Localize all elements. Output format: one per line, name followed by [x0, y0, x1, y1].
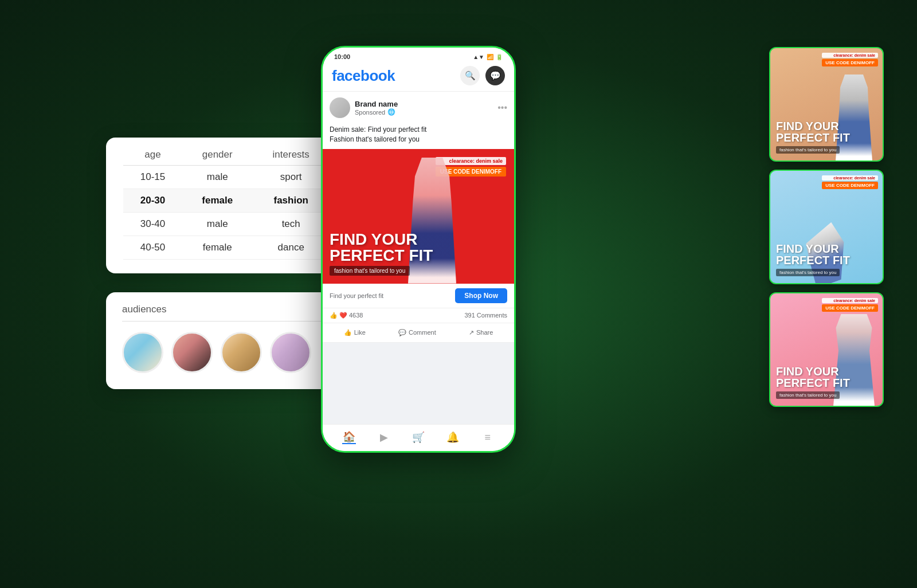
brand-avatar — [330, 97, 350, 118]
table-row: 40-50 female dance — [123, 236, 330, 260]
avatar — [270, 332, 311, 373]
avatar — [122, 332, 163, 373]
like-icon: 👍 — [330, 312, 338, 319]
reactions-row: 👍 ❤️ 4638 391 Comments — [323, 308, 514, 323]
wifi-icon: 📶 — [487, 54, 493, 60]
messenger-icon[interactable]: 💬 — [485, 66, 505, 85]
preview-subtext: fashion that's tailored to you — [776, 269, 840, 276]
table-row: 30-40 male tech — [123, 213, 330, 236]
ad-image: clearance: denim sale USE CODE DENIMOFF … — [323, 149, 514, 284]
preview-code: USE CODE DENIMOFF — [822, 304, 878, 312]
corner-dot — [880, 158, 884, 162]
preview-badge: clearance: denim sale USE CODE DENIMOFF — [822, 53, 878, 66]
action-row: 👍 Like 💬 Comment ↗ Share — [323, 323, 514, 343]
status-bar: 10:00 ▲▼ 📶 🔋 — [323, 48, 514, 62]
search-icon[interactable]: 🔍 — [460, 66, 480, 85]
ad-headline: FIND YOUR PERFECT FIT — [330, 232, 507, 264]
corner-dot — [880, 281, 884, 284]
preview-main-text: FIND YOUR PERFECT FIT fashion that's tai… — [776, 120, 877, 154]
battery-icon: 🔋 — [496, 54, 503, 60]
comment-icon: 💬 — [398, 329, 406, 336]
audiences-title: audiences — [122, 304, 331, 322]
cell-gender: male — [182, 213, 252, 236]
like-action-icon: 👍 — [344, 329, 352, 336]
preview-headline: FIND YOUR PERFECT FIT — [776, 120, 877, 143]
cell-gender: male — [182, 166, 252, 189]
comment-button[interactable]: 💬 Comment — [394, 327, 441, 339]
corner-dot — [769, 281, 773, 284]
bottom-nav: 🏠 ▶ 🛒 🔔 ≡ — [323, 424, 514, 451]
preview-clearance: clearance: denim sale — [822, 53, 878, 58]
sponsored-label: Sponsored 🌐 — [355, 108, 493, 116]
clearance-label: clearance: denim sale — [436, 157, 506, 165]
preview-clearance: clearance: denim sale — [822, 175, 878, 181]
reaction-icons: 👍 ❤️ 4638 — [330, 312, 363, 319]
signal-icon: ▲▼ — [473, 54, 484, 60]
comment-label: Comment — [409, 329, 436, 336]
status-time: 10:00 — [334, 53, 350, 60]
col-header-interests: interests — [252, 149, 330, 166]
post-text: Denim sale: Find your perfect fit Fashio… — [323, 121, 514, 149]
share-label: Share — [476, 329, 493, 336]
cell-interests: fashion — [252, 189, 330, 213]
avatar — [221, 332, 262, 373]
nav-home-icon[interactable]: 🏠 — [342, 430, 356, 444]
preview-main-text: FIND YOUR PERFECT FIT fashion that's tai… — [776, 366, 877, 399]
facebook-post: Brand name Sponsored 🌐 ••• Denim sale: F… — [323, 92, 514, 424]
table-row-highlighted: 20-30 female fashion — [123, 189, 330, 213]
cell-age: 10-15 — [123, 166, 182, 189]
nav-bell-icon[interactable]: 🔔 — [446, 430, 460, 444]
table-row: 10-15 male sport — [123, 166, 330, 189]
facebook-header: facebook 🔍 💬 — [323, 62, 514, 92]
col-header-age: age — [123, 149, 182, 166]
preview-subtext: fashion that's tailored to you — [776, 146, 840, 154]
preview-headline: FIND YOUR PERFECT FIT — [776, 366, 877, 389]
share-icon: ↗ — [469, 329, 474, 336]
share-button[interactable]: ↗ Share — [464, 327, 497, 339]
corner-dot — [769, 158, 773, 162]
shop-row: Find your perfect fit Shop Now — [323, 284, 514, 308]
heart-icon: ❤️ — [339, 312, 347, 319]
cell-gender: female — [182, 236, 252, 260]
shop-now-button[interactable]: Shop Now — [455, 288, 507, 303]
nav-video-icon[interactable]: ▶ — [377, 430, 391, 444]
preview-main-text: FIND YOUR PERFECT FIT fashion that's tai… — [776, 243, 877, 276]
cell-age: 30-40 — [123, 213, 182, 236]
avatar-list — [122, 332, 331, 373]
post-header: Brand name Sponsored 🌐 ••• — [323, 92, 514, 121]
audience-table-card: age gender interests 10-15 male sport 20… — [106, 138, 347, 273]
avatar — [171, 332, 213, 373]
cell-interests: sport — [252, 166, 330, 189]
ad-preview-3: clearance: denim sale USE CODE DENIMOFF … — [769, 292, 884, 407]
post-meta: Brand name Sponsored 🌐 — [355, 100, 493, 116]
preview-code: USE CODE DENIMOFF — [822, 59, 878, 66]
cell-interests: dance — [252, 236, 330, 260]
reaction-count: 4638 — [349, 312, 363, 319]
cell-gender: female — [182, 189, 252, 213]
ad-previews-panel: clearance: denim sale USE CODE DENIMOFF … — [769, 47, 884, 407]
cell-age: 40-50 — [123, 236, 182, 260]
corner-dot — [769, 403, 773, 407]
ad-preview-1: clearance: denim sale USE CODE DENIMOFF … — [769, 47, 884, 162]
like-button[interactable]: 👍 Like — [339, 327, 370, 339]
audiences-card: audiences — [106, 292, 347, 389]
status-icons: ▲▼ 📶 🔋 — [473, 54, 503, 60]
like-label: Like — [354, 329, 366, 336]
brand-name: Brand name — [355, 100, 493, 108]
cell-age: 20-30 — [123, 189, 182, 213]
nav-marketplace-icon[interactable]: 🛒 — [412, 430, 425, 444]
corner-dot — [880, 403, 884, 407]
nav-menu-icon[interactable]: ≡ — [481, 430, 495, 444]
cell-interests: tech — [252, 213, 330, 236]
preview-badge: clearance: denim sale USE CODE DENIMOFF — [822, 175, 878, 189]
facebook-logo: facebook — [332, 67, 395, 85]
shop-text: Find your perfect fit — [330, 292, 450, 299]
phone-mockup: 10:00 ▲▼ 📶 🔋 facebook 🔍 💬 Brand name — [321, 46, 516, 453]
post-menu-icon[interactable]: ••• — [497, 103, 507, 113]
preview-clearance: clearance: denim sale — [822, 298, 878, 303]
header-icons: 🔍 💬 — [460, 66, 505, 85]
comments-count: 391 Comments — [464, 312, 507, 319]
preview-code: USE CODE DENIMOFF — [822, 182, 878, 189]
preview-headline: FIND YOUR PERFECT FIT — [776, 243, 877, 266]
ad-subtext: fashion that's tailored to you — [330, 266, 410, 276]
